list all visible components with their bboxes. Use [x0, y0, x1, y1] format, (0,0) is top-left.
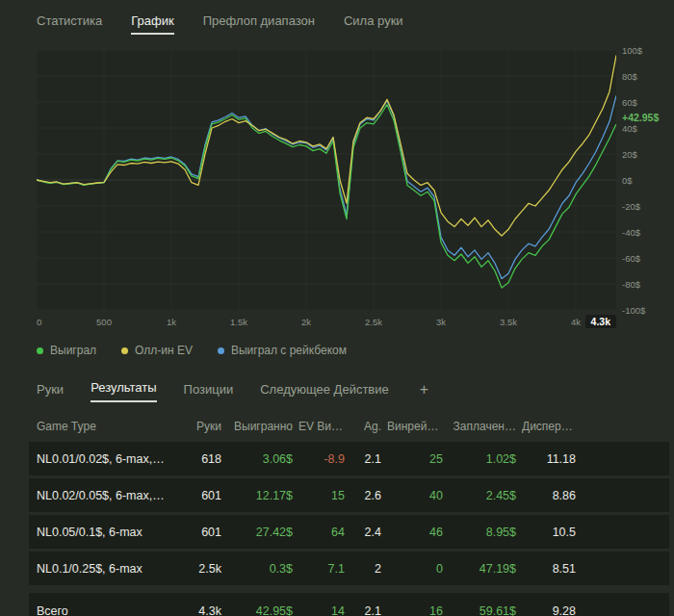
y-axis-tick: 20$	[622, 149, 637, 160]
cell-winrate: 46	[387, 526, 449, 539]
table-row[interactable]: NL0.1/0.25$, 6-max2.5k0.3$7.12047.19$8.5…	[29, 552, 669, 585]
cell-ag: 2.4	[350, 526, 387, 539]
cell-winrate: 16	[387, 604, 449, 616]
cell-game-type: NL0.05/0.1$, 6-max	[29, 526, 173, 539]
winnings-chart[interactable]	[37, 50, 616, 310]
nav-item[interactable]: Статистика	[37, 13, 102, 35]
cell-hands: 618	[173, 452, 227, 466]
cell-ev-winrate: 7.1	[298, 562, 350, 576]
x-axis-tick: 3k	[436, 317, 446, 327]
nav-item[interactable]: Сила руки	[344, 13, 403, 35]
cell-ev-winrate: 64	[298, 526, 350, 539]
tab-item[interactable]: Руки	[37, 382, 64, 402]
winnings-chart-svg	[37, 50, 616, 310]
cell-hands: 601	[173, 489, 227, 502]
column-header[interactable]: EV Винре…	[298, 420, 350, 433]
cell-rake: 1.02$	[449, 452, 522, 466]
column-header[interactable]: Game Type	[29, 420, 173, 433]
column-header[interactable]: Ag.	[350, 420, 387, 433]
cell-rake: 8.95$	[449, 526, 522, 539]
cell-hands: 2.5k	[173, 562, 227, 576]
legend-dot-icon	[37, 347, 43, 354]
cell-ag: 2	[350, 562, 387, 576]
cell-ev-winrate: 15	[298, 489, 350, 502]
cell-won: 12.17$	[227, 489, 298, 502]
add-tab-button[interactable]: +	[420, 381, 428, 402]
cell-dispersion: 8.86	[522, 489, 582, 502]
chart-y-axis: 100$80$60$40$20$0$-20$-40$-60$-80$-100$	[622, 50, 670, 310]
cell-ag: 2.1	[350, 604, 387, 616]
cell-rake: 47.19$	[449, 562, 522, 576]
table-row[interactable]: NL0.01/0.02$, 6-max, Zoom6183.06$-8.92.1…	[29, 442, 669, 475]
chart-section: 100$80$60$40$20$0$-20$-40$-60$-80$-100$ …	[37, 50, 672, 332]
y-axis-tick: -40$	[622, 227, 640, 238]
column-header[interactable]: Выигранно	[227, 420, 298, 433]
cell-ag: 2.1	[350, 452, 387, 466]
cell-ev-winrate: -8.9	[298, 452, 350, 466]
column-header[interactable]: Дисперси…	[522, 420, 582, 433]
y-axis-tick: 0$	[622, 175, 633, 186]
cell-won: 3.06$	[227, 452, 298, 466]
results-tabs: РукиРезультатыПозицииСледующее Действие+	[37, 380, 674, 402]
legend-label: Выиграл	[50, 344, 96, 357]
cell-hands: 601	[173, 526, 227, 539]
table-row[interactable]: NL0.02/0.05$, 6-max, Zoom60112.17$152.64…	[29, 478, 669, 512]
legend-item[interactable]: Выиграл	[37, 344, 96, 357]
tab-item[interactable]: Позиции	[184, 382, 234, 402]
y-axis-tick: 60$	[622, 97, 637, 108]
tab-item[interactable]: Следующее Действие	[260, 382, 389, 402]
column-header[interactable]: Руки	[173, 420, 227, 433]
x-axis-tick: 1k	[167, 317, 176, 327]
cell-hands: 4.3k	[173, 604, 227, 616]
cell-winrate: 0	[387, 562, 449, 576]
x-axis-tick: 0	[37, 317, 41, 327]
table-total-row[interactable]: Всего4.3k42.95$142.11659.61$9.28	[29, 593, 669, 616]
cell-winrate: 25	[387, 452, 449, 466]
table-header-row: Game TypeРукиВыигранноEV Винре…Ag.Винрей…	[29, 414, 669, 439]
x-axis-tick: 4k	[571, 317, 581, 327]
cell-game-type: Всего	[29, 604, 173, 616]
chart-legend: ВыигралОлл-ин EVВыиграл с рейкбеком	[37, 344, 674, 357]
x-axis-tick: 500	[96, 317, 112, 327]
cell-rake: 2.45$	[449, 489, 522, 502]
x-axis-current-label: 4.3k	[585, 315, 616, 328]
table-row[interactable]: NL0.05/0.1$, 6-max60127.42$642.4468.95$1…	[29, 515, 669, 549]
x-axis-tick: 2.5k	[365, 317, 382, 327]
y-axis-tick: -100$	[622, 305, 645, 316]
x-axis-tick: 3.5k	[500, 317, 517, 327]
cell-rake: 59.61$	[449, 604, 522, 616]
y-axis-tick: -20$	[622, 201, 640, 212]
legend-item[interactable]: Олл-ин EV	[121, 344, 193, 357]
legend-item[interactable]: Выиграл с рейкбеком	[218, 344, 347, 357]
y-axis-tick: 100$	[622, 45, 642, 56]
cell-dispersion: 8.51	[522, 562, 582, 576]
cell-winrate: 40	[387, 489, 449, 502]
nav-item[interactable]: Префлоп диапазон	[203, 13, 315, 35]
cell-dispersion: 9.28	[522, 604, 582, 616]
x-axis-tick: 1.5k	[230, 317, 247, 327]
legend-label: Олл-ин EV	[135, 344, 193, 357]
legend-dot-icon	[121, 347, 128, 354]
chart-x-axis: 05001k1.5k2k2.5k3k3.5k4k4.3k	[37, 315, 616, 332]
column-header[interactable]: Заплачен…	[449, 420, 522, 433]
cell-won: 27.42$	[227, 526, 298, 539]
cell-won: 0.3$	[227, 562, 298, 576]
y-axis-tick: -80$	[622, 279, 640, 290]
cell-ev-winrate: 14	[298, 604, 350, 616]
legend-label: Выиграл с рейкбеком	[231, 344, 347, 357]
column-header[interactable]: Винрейт …	[387, 420, 449, 433]
nav-item[interactable]: График	[131, 13, 173, 35]
legend-dot-icon	[218, 347, 224, 354]
results-table: Game TypeРукиВыигранноEV Винре…Ag.Винрей…	[29, 414, 669, 616]
cell-game-type: NL0.01/0.02$, 6-max, Zoom	[29, 452, 173, 466]
cell-game-type: NL0.1/0.25$, 6-max	[29, 562, 173, 576]
app-root: СтатистикаГрафикПрефлоп диапазонСила рук…	[0, 0, 674, 616]
cell-ag: 2.6	[350, 489, 387, 502]
results-section: РукиРезультатыПозицииСледующее Действие+…	[0, 380, 674, 616]
cell-dispersion: 10.5	[522, 526, 582, 539]
y-axis-tick: 80$	[622, 71, 637, 82]
tab-active[interactable]: Результаты	[91, 380, 156, 402]
cell-dispersion: 11.18	[522, 452, 582, 466]
cell-won: 42.95$	[227, 604, 298, 616]
x-axis-tick: 2k	[301, 317, 311, 327]
